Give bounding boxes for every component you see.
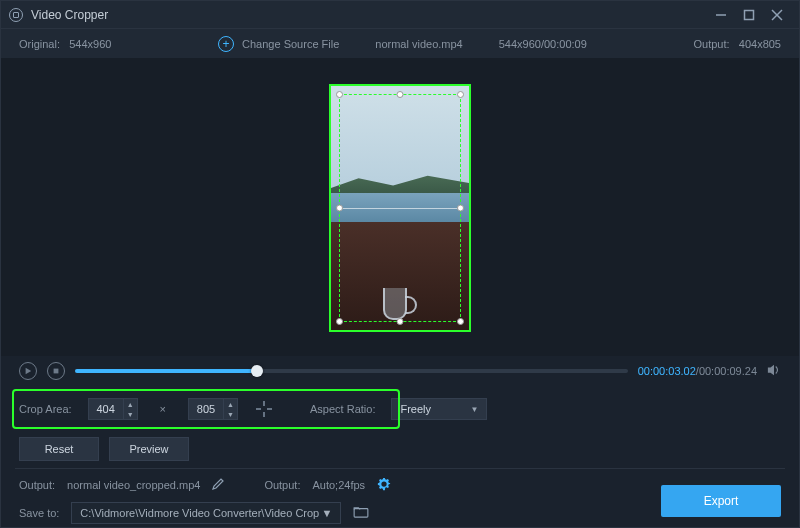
crop-handle-tm[interactable] [397, 91, 404, 98]
aspect-ratio-value: Freely [400, 403, 431, 415]
reset-label: Reset [45, 443, 74, 455]
crop-handle-tl[interactable] [336, 91, 343, 98]
crop-height-input[interactable] [188, 398, 224, 420]
dimension-separator: × [154, 403, 172, 415]
playback-bar: 00:00:03.02/00:00:09.24 [1, 356, 799, 386]
svg-marker-4 [26, 368, 32, 374]
timeline-fill [75, 369, 257, 373]
plus-icon: + [218, 36, 234, 52]
info-bar: Original: 544x960 + Change Source File n… [1, 29, 799, 59]
export-button[interactable]: Export [661, 485, 781, 517]
original-value: 544x960 [69, 38, 111, 50]
preview-label: Preview [129, 443, 168, 455]
save-to-label: Save to: [19, 507, 59, 519]
timeline-thumb[interactable] [251, 365, 263, 377]
source-meta: 544x960/00:00:09 [499, 38, 587, 50]
action-buttons-row: Reset Preview [1, 432, 799, 466]
divider [15, 468, 785, 469]
app-icon [9, 8, 23, 22]
original-dims: Original: 544x960 [19, 38, 111, 50]
crop-handle-bm[interactable] [397, 318, 404, 325]
preview-button[interactable]: Preview [109, 437, 189, 461]
output-file-label: Output: [19, 479, 55, 491]
svg-rect-11 [355, 509, 369, 518]
edit-filename-button[interactable] [212, 478, 224, 492]
output-format-value: Auto;24fps [312, 479, 365, 491]
play-button[interactable] [19, 362, 37, 380]
crop-midline [340, 208, 460, 209]
crop-width-spinner[interactable]: ▲▼ [88, 398, 138, 420]
close-button[interactable] [763, 4, 791, 26]
app-window: Video Cropper Original: 544x960 + Change… [0, 0, 800, 528]
crop-height-up[interactable]: ▲ [224, 399, 237, 409]
chevron-down-icon: ▼ [471, 405, 479, 414]
svg-marker-6 [768, 365, 774, 376]
output-filename: normal video_cropped.mp4 [67, 479, 200, 491]
app-title: Video Cropper [31, 8, 707, 22]
time-current: 00:00:03.02 [638, 365, 696, 377]
output-value: 404x805 [739, 38, 781, 50]
video-preview-area [1, 59, 799, 356]
svg-rect-1 [745, 10, 754, 19]
export-label: Export [704, 494, 739, 508]
svg-rect-5 [54, 369, 59, 374]
crop-width-down[interactable]: ▼ [124, 409, 137, 419]
crop-handle-br[interactable] [457, 318, 464, 325]
aspect-ratio-select[interactable]: Freely ▼ [391, 398, 487, 420]
volume-button[interactable] [767, 363, 781, 379]
crop-handle-tr[interactable] [457, 91, 464, 98]
output-format-label: Output: [264, 479, 300, 491]
chevron-down-icon: ▼ [321, 507, 332, 519]
original-label: Original: [19, 38, 60, 50]
open-folder-button[interactable] [353, 506, 369, 520]
video-canvas[interactable] [329, 84, 471, 332]
center-crop-button[interactable] [254, 399, 274, 419]
reset-button[interactable]: Reset [19, 437, 99, 461]
crop-area-label: Crop Area: [19, 403, 72, 415]
save-path-select[interactable]: C:\Vidmore\Vidmore Video Converter\Video… [71, 502, 341, 524]
settings-button[interactable] [377, 477, 391, 493]
save-path-value: C:\Vidmore\Vidmore Video Converter\Video… [80, 507, 319, 519]
crop-handle-ml[interactable] [336, 204, 343, 211]
crop-selection[interactable] [339, 94, 461, 322]
source-filename: normal video.mp4 [375, 38, 462, 50]
crop-handle-mr[interactable] [457, 204, 464, 211]
titlebar: Video Cropper [1, 1, 799, 29]
crop-height-down[interactable]: ▼ [224, 409, 237, 419]
crop-width-up[interactable]: ▲ [124, 399, 137, 409]
crop-controls: Crop Area: ▲▼ × ▲▼ Aspect Ratio: Freely … [1, 386, 799, 432]
output-dims: Output: 404x805 [694, 38, 781, 50]
change-source-label: Change Source File [242, 38, 339, 50]
change-source-button[interactable]: + Change Source File [218, 36, 339, 52]
output-label: Output: [694, 38, 730, 50]
timeline-slider[interactable] [75, 369, 628, 373]
maximize-button[interactable] [735, 4, 763, 26]
save-to-row: Save to: C:\Vidmore\Vidmore Video Conver… [1, 499, 649, 527]
timecode: 00:00:03.02/00:00:09.24 [638, 365, 757, 377]
aspect-ratio-label: Aspect Ratio: [310, 403, 375, 415]
minimize-button[interactable] [707, 4, 735, 26]
time-total: /00:00:09.24 [696, 365, 757, 377]
crop-handle-bl[interactable] [336, 318, 343, 325]
crop-width-input[interactable] [88, 398, 124, 420]
output-file-row: Output: normal video_cropped.mp4 Output:… [1, 471, 649, 499]
stop-button[interactable] [47, 362, 65, 380]
crop-height-spinner[interactable]: ▲▼ [188, 398, 238, 420]
